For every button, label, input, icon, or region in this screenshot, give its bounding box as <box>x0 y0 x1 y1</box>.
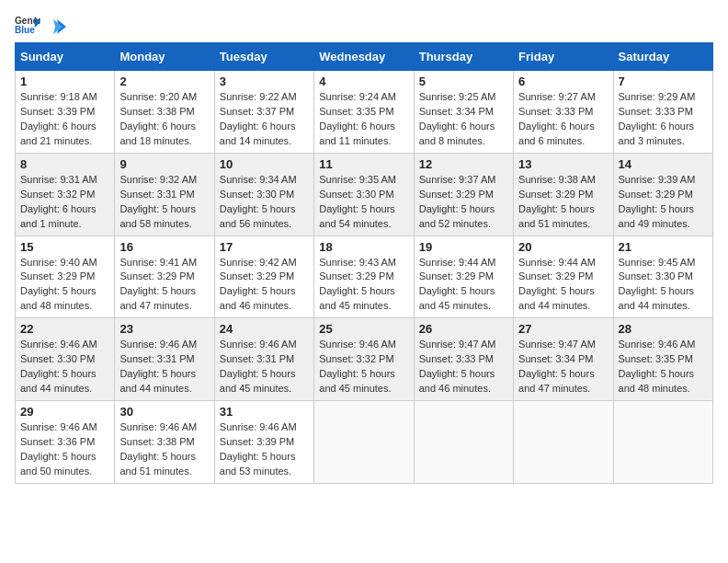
day-number: 29 <box>20 405 109 419</box>
cell-sunset: Sunset: 3:38 PM <box>119 106 194 117</box>
calendar-cell: 14 Sunrise: 9:39 AM Sunset: 3:29 PM Dayl… <box>613 153 712 236</box>
cell-daylight: Daylight: 5 hours and 44 minutes. <box>518 285 595 311</box>
cell-sunset: Sunset: 3:33 PM <box>518 106 593 117</box>
cell-daylight: Daylight: 5 hours and 46 minutes. <box>419 368 495 394</box>
cell-sunrise: Sunrise: 9:38 AM <box>518 174 596 185</box>
calendar-week-row: 8 Sunrise: 9:31 AM Sunset: 3:32 PM Dayli… <box>16 153 713 236</box>
day-number: 11 <box>319 157 408 171</box>
cell-daylight: Daylight: 6 hours and 6 minutes. <box>518 121 595 146</box>
cell-sunrise: Sunrise: 9:47 AM <box>419 339 496 350</box>
day-number: 28 <box>619 322 708 336</box>
col-header-saturday: Saturday <box>613 43 712 71</box>
day-number: 16 <box>119 240 209 254</box>
cell-daylight: Daylight: 5 hours and 44 minutes. <box>619 285 695 311</box>
day-number: 26 <box>419 322 508 336</box>
col-header-friday: Friday <box>514 43 613 71</box>
day-number: 27 <box>518 322 608 336</box>
calendar-cell: 20 Sunrise: 9:44 AM Sunset: 3:29 PM Dayl… <box>514 236 613 318</box>
cell-daylight: Daylight: 5 hours and 49 minutes. <box>619 203 695 229</box>
cell-daylight: Daylight: 6 hours and 3 minutes. <box>619 121 695 146</box>
cell-sunrise: Sunrise: 9:37 AM <box>419 174 496 185</box>
calendar-cell: 12 Sunrise: 9:37 AM Sunset: 3:29 PM Dayl… <box>414 153 513 236</box>
day-number: 10 <box>220 157 309 171</box>
calendar-cell: 22 Sunrise: 9:46 AM Sunset: 3:30 PM Dayl… <box>16 318 115 401</box>
cell-sunset: Sunset: 3:30 PM <box>20 353 95 364</box>
day-number: 2 <box>119 75 209 88</box>
cell-sunset: Sunset: 3:29 PM <box>619 189 693 200</box>
cell-daylight: Daylight: 5 hours and 47 minutes. <box>119 285 196 311</box>
day-number: 17 <box>220 240 309 254</box>
cell-daylight: Daylight: 5 hours and 51 minutes. <box>119 451 196 477</box>
col-header-sunday: Sunday <box>16 43 115 71</box>
cell-sunrise: Sunrise: 9:46 AM <box>619 339 696 350</box>
cell-sunrise: Sunrise: 9:46 AM <box>20 339 97 350</box>
cell-daylight: Daylight: 5 hours and 51 minutes. <box>518 203 595 229</box>
cell-sunset: Sunset: 3:31 PM <box>220 353 294 364</box>
calendar-cell: 19 Sunrise: 9:44 AM Sunset: 3:29 PM Dayl… <box>414 236 513 318</box>
cell-sunrise: Sunrise: 9:42 AM <box>220 257 297 268</box>
calendar-cell: 17 Sunrise: 9:42 AM Sunset: 3:29 PM Dayl… <box>214 236 313 318</box>
day-number: 4 <box>319 75 408 88</box>
day-number: 9 <box>119 157 209 171</box>
cell-sunset: Sunset: 3:29 PM <box>419 189 494 200</box>
day-number: 18 <box>319 240 408 254</box>
cell-sunrise: Sunrise: 9:29 AM <box>619 91 696 102</box>
cell-sunset: Sunset: 3:30 PM <box>220 189 294 200</box>
day-number: 14 <box>619 157 708 171</box>
calendar-cell: 11 Sunrise: 9:35 AM Sunset: 3:30 PM Dayl… <box>314 153 414 236</box>
cell-sunrise: Sunrise: 9:18 AM <box>20 91 97 102</box>
day-number: 19 <box>419 240 508 254</box>
day-number: 21 <box>619 240 708 254</box>
calendar-cell: 18 Sunrise: 9:43 AM Sunset: 3:29 PM Dayl… <box>314 236 414 318</box>
cell-sunrise: Sunrise: 9:46 AM <box>220 339 297 350</box>
cell-sunrise: Sunrise: 9:41 AM <box>119 257 197 268</box>
calendar-cell: 9 Sunrise: 9:32 AM Sunset: 3:31 PM Dayli… <box>115 153 214 236</box>
cell-daylight: Daylight: 5 hours and 56 minutes. <box>220 203 296 229</box>
logo-icon: General Blue <box>15 15 40 35</box>
cell-sunrise: Sunrise: 9:46 AM <box>220 421 297 432</box>
calendar-cell <box>314 401 414 484</box>
cell-sunrise: Sunrise: 9:32 AM <box>119 174 197 185</box>
cell-sunset: Sunset: 3:36 PM <box>20 436 95 447</box>
cell-sunset: Sunset: 3:31 PM <box>119 189 194 200</box>
col-header-tuesday: Tuesday <box>214 43 313 71</box>
cell-sunset: Sunset: 3:37 PM <box>220 106 294 117</box>
calendar-week-row: 29 Sunrise: 9:46 AM Sunset: 3:36 PM Dayl… <box>16 401 713 484</box>
cell-daylight: Daylight: 5 hours and 46 minutes. <box>220 285 296 311</box>
logo: General Blue <box>15 15 66 35</box>
cell-daylight: Daylight: 6 hours and 14 minutes. <box>220 121 296 146</box>
cell-sunrise: Sunrise: 9:34 AM <box>220 174 297 185</box>
cell-sunset: Sunset: 3:34 PM <box>518 353 593 364</box>
cell-daylight: Daylight: 5 hours and 44 minutes. <box>119 368 196 394</box>
cell-sunset: Sunset: 3:39 PM <box>20 106 95 117</box>
cell-sunrise: Sunrise: 9:39 AM <box>619 174 696 185</box>
day-number: 12 <box>419 157 508 171</box>
cell-daylight: Daylight: 5 hours and 54 minutes. <box>319 203 395 229</box>
cell-daylight: Daylight: 5 hours and 45 minutes. <box>319 368 395 394</box>
cell-sunrise: Sunrise: 9:46 AM <box>319 339 396 350</box>
calendar-week-row: 1 Sunrise: 9:18 AM Sunset: 3:39 PM Dayli… <box>16 71 713 154</box>
cell-sunrise: Sunrise: 9:24 AM <box>319 91 396 102</box>
calendar-cell: 28 Sunrise: 9:46 AM Sunset: 3:35 PM Dayl… <box>613 318 712 401</box>
calendar-cell: 15 Sunrise: 9:40 AM Sunset: 3:29 PM Dayl… <box>16 236 115 318</box>
cell-sunrise: Sunrise: 9:31 AM <box>20 174 97 185</box>
cell-daylight: Daylight: 5 hours and 48 minutes. <box>20 285 97 311</box>
cell-daylight: Daylight: 5 hours and 45 minutes. <box>319 285 395 311</box>
col-header-thursday: Thursday <box>414 43 513 71</box>
calendar-cell: 16 Sunrise: 9:41 AM Sunset: 3:29 PM Dayl… <box>115 236 214 318</box>
cell-sunrise: Sunrise: 9:25 AM <box>419 91 496 102</box>
calendar-cell: 7 Sunrise: 9:29 AM Sunset: 3:33 PM Dayli… <box>613 71 712 154</box>
cell-sunrise: Sunrise: 9:22 AM <box>220 91 297 102</box>
calendar-week-row: 22 Sunrise: 9:46 AM Sunset: 3:30 PM Dayl… <box>16 318 713 401</box>
calendar-cell: 6 Sunrise: 9:27 AM Sunset: 3:33 PM Dayli… <box>514 71 613 154</box>
calendar-cell: 8 Sunrise: 9:31 AM Sunset: 3:32 PM Dayli… <box>16 153 115 236</box>
day-number: 5 <box>419 75 508 88</box>
cell-sunset: Sunset: 3:33 PM <box>419 353 494 364</box>
cell-daylight: Daylight: 5 hours and 44 minutes. <box>20 368 97 394</box>
day-number: 13 <box>518 157 608 171</box>
cell-sunrise: Sunrise: 9:27 AM <box>518 91 596 102</box>
cell-sunrise: Sunrise: 9:44 AM <box>518 257 596 268</box>
cell-daylight: Daylight: 6 hours and 8 minutes. <box>419 121 495 146</box>
day-number: 15 <box>20 240 109 254</box>
calendar-cell <box>414 401 513 484</box>
